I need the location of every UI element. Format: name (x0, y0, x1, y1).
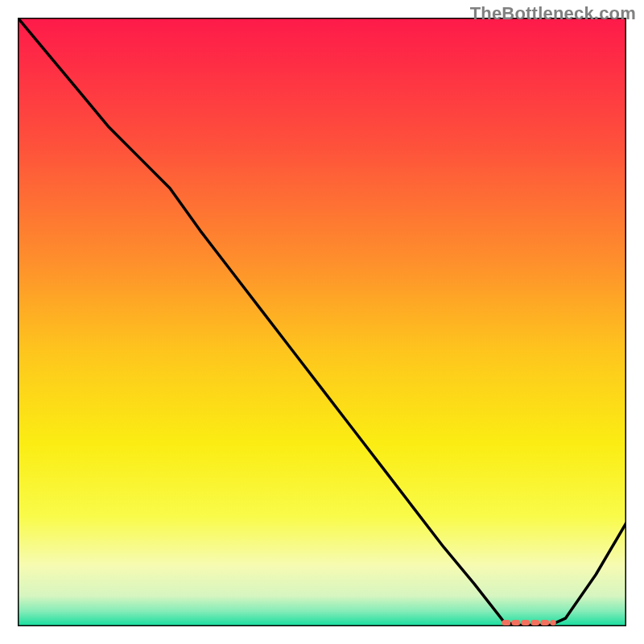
watermark-text: TheBottleneck.com (470, 3, 636, 24)
plot-svg (18, 18, 626, 626)
gradient-background (18, 18, 626, 626)
plot-frame (18, 18, 626, 626)
